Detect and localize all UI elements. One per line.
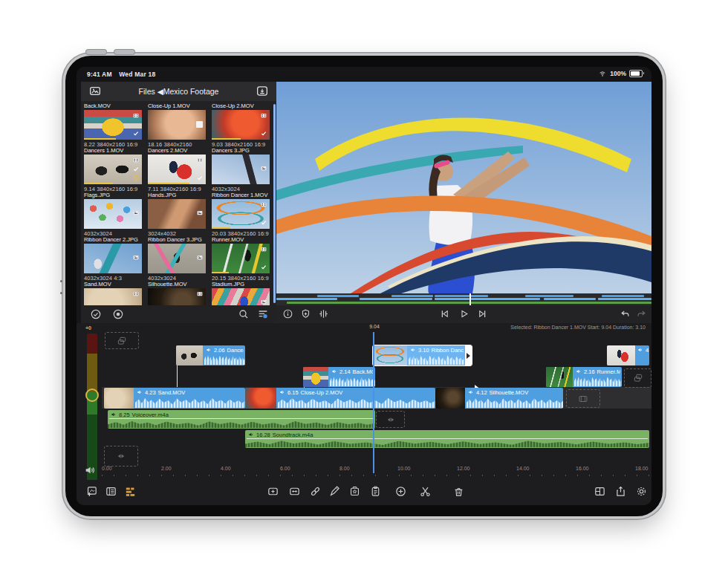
- gain-knob[interactable]: [85, 389, 99, 402]
- scissors-icon[interactable]: [419, 485, 432, 498]
- library-item[interactable]: Dancers 3.JPG 4032x3024: [212, 147, 271, 193]
- film-badge-icon: [132, 157, 140, 163]
- project-layout-icon[interactable]: [594, 485, 606, 498]
- library-item[interactable]: Ribbon Dancer 3.JPG 4032x3024: [148, 236, 207, 282]
- clip-ribbon-dancer-selected[interactable]: 3.10 Ribbon Dancer 1.M: [373, 345, 472, 365]
- clip-dancers1[interactable]: 2.06 Dancers 1: [176, 345, 245, 365]
- clip-partial-right[interactable]: 4: [607, 345, 649, 365]
- pen-icon[interactable]: [328, 485, 341, 498]
- timeline-ruler[interactable]: 0.00 2.00 4.00 6.00 8.00 10.00 12.00 14.…: [102, 463, 651, 479]
- overview-playhead[interactable]: [469, 293, 471, 305]
- film-badge-icon: [196, 290, 204, 297]
- clipboard-icon[interactable]: [369, 485, 382, 498]
- trash-icon[interactable]: [452, 485, 465, 498]
- thumbnail[interactable]: [148, 110, 206, 140]
- clip-silhouette[interactable]: 4.12 Silhouette.MOV: [435, 388, 563, 409]
- clip-voiceover[interactable]: 8.25 Voiceover.m4a: [108, 410, 375, 429]
- trim-handle[interactable]: [465, 345, 472, 365]
- record-icon[interactable]: [112, 308, 124, 320]
- add-media-icon[interactable]: [85, 485, 98, 498]
- effects-star-icon[interactable]: [348, 485, 361, 498]
- library-item[interactable]: Dancers 1.MOV 9.14 3840x2160 16:9: [84, 147, 143, 193]
- timeline-layout-icon[interactable]: [124, 485, 137, 498]
- insert-clip-icon[interactable]: [267, 485, 279, 498]
- library-item[interactable]: Dancers 2.MOV 7.11 3840x2160 16:9: [148, 147, 207, 193]
- library-item[interactable]: Silhouette.MOV: [148, 281, 207, 306]
- speaker-icon: [137, 389, 143, 395]
- settings-gear-icon[interactable]: [635, 485, 648, 498]
- library-item[interactable]: Ribbon Dancer 2.JPG 4032x3024 4:3: [84, 236, 143, 282]
- speaker-icon: [468, 389, 474, 395]
- library-item[interactable]: Back.MOV 8.22 3840x2160 16:9: [84, 103, 143, 149]
- library-toolbar: [81, 305, 276, 323]
- library-title: Files ◀Mexico Footage: [81, 87, 276, 96]
- sort-filter-icon[interactable]: [257, 308, 269, 320]
- thumbnail[interactable]: [212, 288, 270, 306]
- track-options-icon[interactable]: [105, 485, 117, 498]
- add-circle-icon[interactable]: [394, 485, 407, 498]
- thumbnail[interactable]: [84, 110, 142, 140]
- library-scrollbar[interactable]: [273, 104, 276, 303]
- thumbnail[interactable]: [148, 155, 206, 184]
- volume-icon[interactable]: [84, 464, 96, 476]
- search-icon[interactable]: [238, 308, 250, 320]
- video-preview[interactable]: [276, 82, 651, 293]
- selected-clip-info: Selected: Ribbon Dancer 1.MOV Start: 9.0…: [510, 325, 646, 330]
- library-item[interactable]: Close-Up 1.MOV 18.16 3840x2160: [148, 103, 207, 149]
- speaker-icon: [637, 347, 643, 353]
- thumbnail[interactable]: [84, 244, 142, 273]
- undo-icon[interactable]: [620, 308, 631, 319]
- library-item[interactable]: Close-Up 2.MOV 9.03 3840x2160 16:9: [212, 103, 271, 149]
- library-item[interactable]: Hands.JPG 3024x4032: [148, 192, 207, 238]
- share-icon[interactable]: [614, 485, 627, 498]
- layers-placeholder[interactable]: [624, 368, 651, 388]
- library-item[interactable]: Sand.MOV: [84, 281, 143, 306]
- preview-controls: [276, 305, 651, 323]
- thumbnail[interactable]: [84, 155, 142, 184]
- skip-back-icon[interactable]: [439, 308, 450, 319]
- info-icon[interactable]: [282, 308, 293, 319]
- overwrite-clip-icon[interactable]: [288, 485, 301, 498]
- timeline-overview[interactable]: [276, 293, 651, 305]
- mic-dot: [60, 280, 62, 282]
- playhead-time: 9.04: [362, 324, 387, 329]
- clip-soundtrack[interactable]: 16.28 Soundtrack.m4a: [245, 430, 649, 448]
- link-icon[interactable]: [309, 485, 322, 498]
- shield-add-icon[interactable]: [300, 308, 311, 319]
- thumbnail[interactable]: [84, 199, 142, 229]
- thumbnail[interactable]: [212, 244, 270, 273]
- play-icon[interactable]: [458, 308, 469, 319]
- library-item[interactable]: Flags.JPG 4032x3024: [84, 192, 143, 238]
- clip-back[interactable]: 2.14 Back.MOV: [303, 367, 375, 387]
- library-item[interactable]: Runner.MOV 20.15 3840x2160 16:9: [212, 236, 271, 282]
- thumbnail[interactable]: [212, 199, 270, 229]
- trim-icon[interactable]: [318, 308, 329, 319]
- clip-sand[interactable]: 4.23 Sand.MOV: [104, 388, 245, 409]
- photo-library-icon[interactable]: [87, 85, 103, 97]
- clock: 9:41 AM: [87, 71, 112, 78]
- thumbnail[interactable]: [212, 110, 270, 140]
- preview-panel: [276, 82, 651, 323]
- thumbnail[interactable]: [148, 288, 206, 306]
- skip-forward-icon[interactable]: [477, 308, 488, 319]
- redo-icon[interactable]: [636, 308, 647, 319]
- timeline-playhead[interactable]: [373, 332, 374, 473]
- film-badge-icon: [132, 290, 140, 297]
- clip-closeup2[interactable]: 6.15 Close-Up 2.MOV: [245, 388, 435, 409]
- thumbnail[interactable]: [212, 155, 270, 184]
- thumbnail[interactable]: [84, 288, 142, 306]
- layers-placeholder[interactable]: [105, 332, 139, 349]
- thumbnail[interactable]: [148, 244, 206, 273]
- check-icon: [132, 166, 140, 172]
- library-item[interactable]: Stadium.JPG: [212, 281, 271, 306]
- library-item[interactable]: Ribbon Dancer 1.MOV 20.03 3840x2160 16:9: [212, 192, 271, 238]
- import-download-icon[interactable]: [254, 85, 270, 97]
- select-all-icon[interactable]: [90, 308, 102, 320]
- audio-placeholder[interactable]: [376, 411, 405, 428]
- clip-runner[interactable]: 2.16 Runner.MO: [546, 367, 622, 387]
- film-placeholder[interactable]: [566, 389, 600, 408]
- check-icon: [260, 219, 267, 226]
- check-icon: [260, 264, 267, 270]
- speaker-icon: [111, 412, 117, 417]
- thumbnail[interactable]: [148, 199, 206, 229]
